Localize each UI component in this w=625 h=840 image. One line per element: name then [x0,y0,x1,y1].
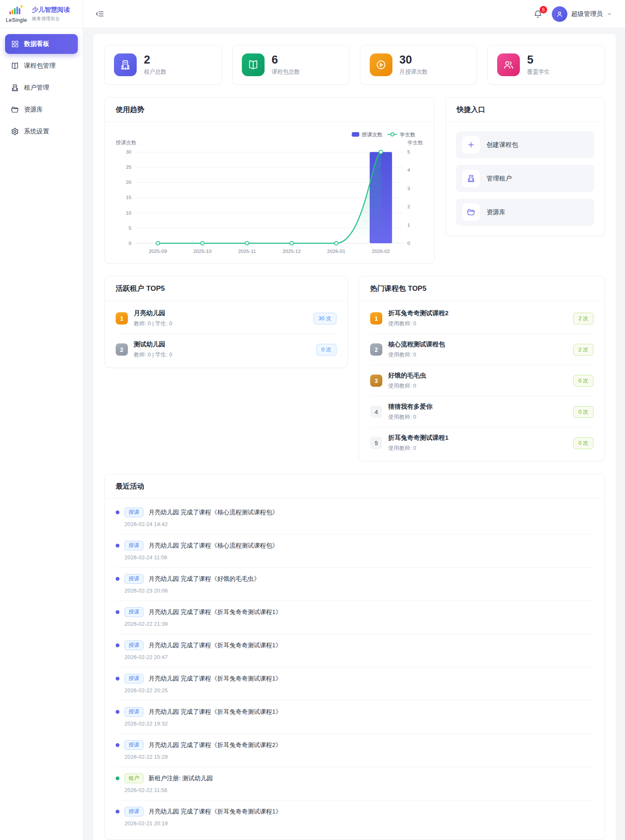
chevron-down-icon [606,11,612,17]
stat-icon-box [497,53,520,76]
activity-text: 月亮幼儿园 完成了课程《折耳兔奇奇测试课程2》 [148,741,282,749]
stat-card: 30 月授课次数 [360,45,477,85]
sidebar-nav: 数据看板课程包管理租户管理资源库系统设置 [0,28,83,149]
active-tenants-title: 活跃租户 TOP5 [105,276,347,301]
svg-text:2: 2 [407,204,410,210]
activity-item: 授课 月亮幼儿园 完成了课程《折耳兔奇奇测试课程1》 2026-02-21 20… [116,800,593,833]
activity-text: 月亮幼儿园 完成了课程《核心流程测试课程包》 [148,508,278,516]
activity-dot [116,643,119,647]
gear-icon [11,128,19,136]
dashboard-wrapper: 2 租户总数 6 课程包总数 30 月授课次数 5 覆盖学生 使用趋势 0510… [93,34,616,840]
svg-text:学生数: 学生数 [408,140,423,146]
activity-dot [116,544,119,548]
activity-dot [116,710,119,714]
stat-texts: 5 覆盖学生 [527,54,550,76]
sidebar-item-dashboard[interactable]: 数据看板 [5,34,78,54]
top5-meta: 使用教师: 0 [388,382,567,390]
activity-line: 授课 月亮幼儿园 完成了课程《核心流程测试课程包》 [116,508,593,517]
activity-time: 2026-02-22 21:39 [124,621,593,627]
stat-card: 2 租户总数 [104,45,222,85]
activity-dot [116,677,119,681]
stat-card: 5 覆盖学生 [487,45,605,85]
stat-texts: 2 租户总数 [144,54,167,76]
building-icon [467,174,475,183]
user-menu[interactable]: 超级管理员 [552,6,612,22]
app-root: LeSingle 少儿智慧阅读 服务管理后台 数据看板课程包管理租户管理资源库系… [0,0,625,840]
quick-entry-item[interactable]: 资源库 [456,199,594,226]
stat-value: 2 [144,54,167,66]
stat-icon-box [370,53,392,76]
brand-logo-bars [8,5,25,16]
activity-text: 月亮幼儿园 完成了课程《折耳兔奇奇测试课程1》 [148,675,282,683]
top5-info: 猜猜我有多爱你 使用教师: 0 [388,403,567,421]
top5-row: 1 折耳兔奇奇测试课程2 使用教师: 0 2 次 [370,303,593,334]
main-column: 5 超级管理员 2 租户总数 6 课程包总数 30 月授课次数 5 [83,0,625,840]
hot-packages-list: 1 折耳兔奇奇测试课程2 使用教师: 0 2 次2 核心流程测试课程包 使用教师… [359,301,604,461]
activity-time: 2026-02-22 15:29 [124,754,593,760]
activity-dot [116,577,119,581]
count-pill: 0 次 [573,375,593,387]
top-header: 5 超级管理员 [83,0,625,28]
chevron-down-icon [606,11,612,17]
count-pill: 0 次 [316,344,336,356]
sidebar-item-tenants[interactable]: 租户管理 [5,78,78,98]
sidebar-item-course-packages[interactable]: 课程包管理 [5,56,78,76]
activity-time: 2026-02-22 11:56 [124,787,593,793]
activity-dot [116,610,119,614]
top5-name: 好饿的毛毛虫 [388,372,567,380]
top5-row: 3 好饿的毛毛虫 使用教师: 0 0 次 [370,365,593,396]
active-tenants-list: 1 月亮幼儿园 教师: 0 | 学生: 0 30 次2 测试幼儿园 教师: 0 … [105,301,347,367]
sidebar-item-settings[interactable]: 系统设置 [5,122,78,141]
svg-text:2026-01: 2026-01 [327,248,345,254]
activity-time: 2026-02-24 14:42 [124,521,593,527]
book-icon [248,59,259,70]
building-icon [11,84,19,92]
notification-bell-button[interactable]: 5 [533,9,543,19]
stat-label: 课程包总数 [272,68,300,76]
stat-icon-box [114,53,137,76]
quick-entry-label: 管理租户 [487,175,512,183]
top5-row: 活跃租户 TOP5 1 月亮幼儿园 教师: 0 | 学生: 0 30 次2 测试… [104,276,605,461]
usage-trend-title: 使用趋势 [105,98,434,122]
activity-type-badge: 授课 [124,807,143,816]
svg-text:学生数: 学生数 [400,132,416,138]
svg-text:授课次数: 授课次数 [116,140,136,146]
top5-row: 1 月亮幼儿园 教师: 0 | 学生: 0 30 次 [116,303,336,334]
activity-item: 授课 月亮幼儿园 完成了课程《折耳兔奇奇测试课程2》 2026-02-22 15… [116,734,593,767]
sidebar-item-label: 课程包管理 [24,62,56,70]
stats-row: 2 租户总数 6 课程包总数 30 月授课次数 5 覆盖学生 [104,45,605,85]
recent-activity-title: 最近活动 [105,474,604,499]
notification-count-badge: 5 [540,6,547,13]
hot-packages-title: 热门课程包 TOP5 [359,276,604,301]
sidebar-item-label: 数据看板 [24,40,49,48]
dashboard-icon [11,40,19,48]
stat-label: 月授课次数 [400,68,428,76]
top5-name: 折耳兔奇奇测试课程2 [388,309,567,317]
top5-info: 好饿的毛毛虫 使用教师: 0 [388,372,567,390]
rank-badge: 2 [370,343,382,356]
quick-entry-label: 创建课程包 [487,141,518,149]
quick-entry-item[interactable]: 创建课程包 [456,131,594,158]
svg-text:1: 1 [407,222,410,228]
activity-item: 授课 月亮幼儿园 完成了课程《折耳兔奇奇测试课程1》 2026-02-22 20… [116,634,593,667]
brand-logo-left: LeSingle [5,5,28,23]
stat-icon-box [242,53,265,76]
top5-info: 测试幼儿园 教师: 0 | 学生: 0 [134,340,310,359]
chart-legend[interactable]: 授课次数学生数 [352,132,415,138]
sidebar-item-resources[interactable]: 资源库 [5,100,78,120]
activity-time: 2026-02-22 20:25 [124,687,593,694]
activity-text: 月亮幼儿园 完成了课程《折耳兔奇奇测试课程1》 [148,608,282,616]
sidebar-collapse-button[interactable] [95,8,106,19]
play-icon [376,59,387,70]
folder-icon [11,106,19,114]
top5-meta: 使用教师: 0 [388,351,567,359]
svg-text:2025-09: 2025-09 [149,248,167,254]
activity-type-badge: 授课 [124,607,143,617]
collapse-icon [95,9,104,19]
count-pill: 30 次 [313,313,336,324]
hot-packages-card: 热门课程包 TOP5 1 折耳兔奇奇测试课程2 使用教师: 0 2 次2 核心流… [359,276,605,461]
activity-line: 租户 新租户注册: 测试幼儿园 [116,774,593,783]
quick-entry-item[interactable]: 管理租户 [456,165,594,192]
activity-line: 授课 月亮幼儿园 完成了课程《折耳兔奇奇测试课程1》 [116,641,593,650]
svg-text:授课次数: 授课次数 [361,132,382,138]
